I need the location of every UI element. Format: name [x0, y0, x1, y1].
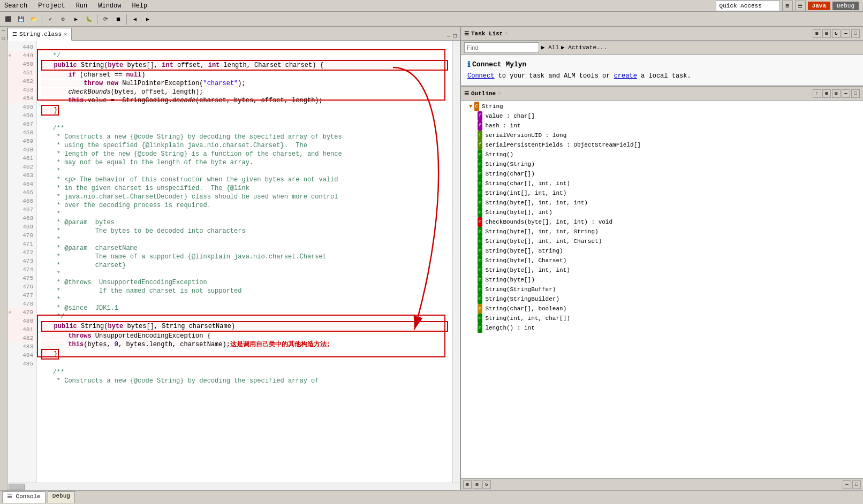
outline-item-string-class[interactable]: ▼ C String	[461, 102, 863, 111]
toolbar-btn-5[interactable]: ⚙	[57, 13, 69, 25]
maximize-task[interactable]: □	[851, 29, 860, 38]
task-toolbar-btn-3[interactable]: ↻	[832, 29, 841, 38]
editor-scrollbar[interactable]	[452, 41, 460, 483]
code-editor[interactable]: */ public String(byte bytes[], int offse…	[37, 41, 452, 483]
toolbar-btn-7[interactable]: 🐛	[83, 13, 95, 25]
task-list-title: Task List	[471, 30, 503, 37]
method-icon-7: m	[478, 208, 482, 217]
menu-run[interactable]: Run	[74, 1, 90, 11]
outline-item-string-int-int-char[interactable]: m String(int, int, char[])	[461, 314, 863, 323]
line-numbers: 448 449 450 451 452 453 454 455 456 457 …	[7, 41, 37, 483]
static-field-icon: f	[478, 131, 482, 140]
toolbar-btn-9[interactable]: ⏹	[112, 13, 124, 25]
create-link[interactable]: create	[614, 72, 637, 80]
private-method-icon: m	[478, 217, 482, 227]
string-class-tab[interactable]: ☰ String.class ✕	[7, 28, 72, 41]
menu-help[interactable]: Help	[130, 1, 149, 11]
toolbar-btn-1[interactable]: ⬛	[2, 13, 14, 25]
maximize-icon[interactable]: □	[2, 36, 5, 42]
outline-panel: ☰ Outline ✕ ↑ ⊞ ⊟ — □	[461, 87, 863, 490]
toolbar-btn-8[interactable]: ⟳	[100, 13, 111, 25]
field-icon: f	[478, 111, 482, 121]
outline-min[interactable]: —	[843, 480, 851, 489]
outline-item-string-byte-int-int[interactable]: m String(byte[], int, int)	[461, 265, 863, 275]
outline-item-string-byte-string[interactable]: m String(byte[], String)	[461, 246, 863, 256]
task-toolbar-btn-1[interactable]: ⊞	[813, 29, 821, 38]
menu-search[interactable]: Search	[2, 1, 29, 11]
outline-item-string-string[interactable]: m String(String)	[461, 159, 863, 169]
minimize-editor[interactable]: —	[446, 32, 451, 40]
minimize-outline[interactable]: —	[842, 89, 850, 98]
toolbar-btn-10[interactable]: ◀	[129, 13, 141, 25]
outline-item-string-byte4[interactable]: m String(byte[], int, int, int)	[461, 198, 863, 208]
outline-item-string-byte-int[interactable]: m String(byte[], int)	[461, 208, 863, 217]
outline-item-string-chararray[interactable]: m String(char[])	[461, 169, 863, 179]
toolbar-btn-2[interactable]: 💾	[15, 13, 27, 25]
outline-title: Outline	[471, 90, 496, 97]
outline-bottom-btn-1[interactable]: ⊞	[463, 480, 472, 489]
toolbar-btn-3[interactable]: 📂	[28, 13, 40, 25]
quick-access-input[interactable]: Quick Access	[716, 1, 780, 11]
tab-close-btn[interactable]: ✕	[64, 31, 67, 37]
method-icon-14: m	[478, 285, 482, 294]
java-perspective-button[interactable]: Java	[808, 2, 830, 10]
menu-window[interactable]: Window	[96, 1, 123, 11]
outline-btn-2[interactable]: ⊞	[822, 89, 831, 98]
activate-filter[interactable]: ▶ Activate...	[561, 44, 607, 51]
outline-item-string-default[interactable]: m String()	[461, 150, 863, 159]
outline-max[interactable]: □	[852, 480, 861, 489]
outline-item-string-int-int-int[interactable]: m String(int[], int, int)	[461, 188, 863, 198]
menu-project[interactable]: Project	[36, 1, 67, 11]
method-icon-18: m	[478, 323, 482, 333]
maximize-outline[interactable]: □	[851, 89, 860, 98]
outline-item-string-char-bool[interactable]: m String(char[], boolean)	[461, 304, 863, 314]
task-find-input[interactable]	[464, 42, 539, 53]
outline-item-checkbounds[interactable]: m checkBounds(byte[], int, int) : void	[461, 217, 863, 227]
maximize-editor[interactable]: □	[452, 32, 458, 40]
outline-btn-3[interactable]: ⊟	[832, 89, 841, 98]
outline-item-hash[interactable]: f hash : int	[461, 121, 863, 131]
toolbar-btn-6[interactable]: ▶	[70, 13, 82, 25]
console-tab[interactable]: ☰ Console	[2, 491, 46, 503]
debug-tab[interactable]: Debug	[48, 491, 75, 503]
outline-bottom-btn-2[interactable]: ⊟	[473, 480, 481, 489]
method-icon-16: m	[478, 304, 482, 314]
outline-item-string-byte-int-int-charset[interactable]: m String(byte[], int, int, Charset)	[461, 236, 863, 246]
all-filter[interactable]: ▶ All	[541, 44, 559, 51]
method-icon-6: m	[478, 198, 482, 208]
outline-item-string-stringbuilder[interactable]: m String(StringBuilder)	[461, 294, 863, 304]
minimize-task[interactable]: —	[842, 29, 850, 38]
outline-item-value[interactable]: f value : char[]	[461, 111, 863, 121]
outline-item-length[interactable]: m length() : int	[461, 323, 863, 333]
minimize-icon[interactable]: —	[2, 28, 5, 33]
task-toolbar-btn-2[interactable]: ⊟	[822, 29, 831, 38]
static-field-label-2: serialPersistentFields : ObjectStreamFie…	[485, 140, 640, 150]
horizontal-scrollbar[interactable]	[7, 483, 460, 490]
method-icon-9: m	[478, 236, 482, 246]
menu-bar: Search Project Run Window Help Quick Acc…	[0, 0, 863, 12]
left-gutter: — □	[0, 27, 7, 490]
method-icon-10: m	[478, 246, 482, 256]
toolbar-icon-2[interactable]: ☰	[795, 1, 806, 11]
toolbar-icon-1[interactable]: ⊞	[782, 1, 793, 11]
outline-item-serial-persistent[interactable]: f serialPersistentFields : ObjectStreamF…	[461, 140, 863, 150]
outline-item-string-byte[interactable]: m String(byte[])	[461, 275, 863, 285]
method-icon-13: m	[478, 275, 482, 285]
method-icon-2: m	[478, 159, 482, 169]
outline-bottom-btn-3[interactable]: ↻	[482, 480, 491, 489]
task-list-panel: ☰ Task List ✕ ⊞ ⊟ ↻ — □ ▶ All	[461, 27, 863, 87]
debug-perspective-button[interactable]: Debug	[832, 2, 859, 10]
connect-link[interactable]: Connect	[467, 72, 494, 80]
editor-tab-bar: ☰ String.class ✕ — □	[7, 27, 460, 41]
outline-item-serial-version[interactable]: f serialVersionUID : long	[461, 131, 863, 140]
outline-item-string-stringbuffer[interactable]: m String(StringBuffer)	[461, 285, 863, 294]
outline-btn-1[interactable]: ↑	[813, 89, 821, 98]
outline-item-string-char-int-int[interactable]: m String(char[], int, int)	[461, 179, 863, 188]
outline-item-string-byte-int-int-string[interactable]: m String(byte[], int, int, String)	[461, 227, 863, 236]
method-icon-17: m	[478, 314, 482, 323]
toolbar-btn-11[interactable]: ▶	[142, 13, 154, 25]
toolbar-btn-4[interactable]: ✓	[44, 13, 56, 25]
mylyn-title: ℹ Connect Mylyn	[467, 60, 857, 69]
outline-item-string-byte-charset[interactable]: m String(byte[], Charset)	[461, 256, 863, 265]
class-icon: C	[474, 102, 479, 111]
